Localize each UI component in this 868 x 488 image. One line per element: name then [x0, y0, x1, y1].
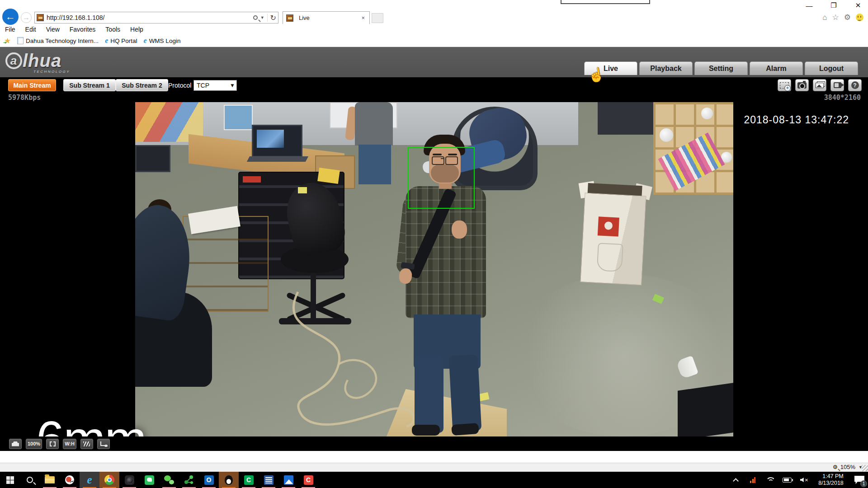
- resize-grip[interactable]: [862, 465, 868, 471]
- fluency-button[interactable]: [80, 439, 93, 449]
- protocol-select[interactable]: TCP ▼: [193, 80, 237, 91]
- rules-info-button[interactable]: [97, 439, 110, 449]
- taskbar-recorder[interactable]: C: [298, 472, 318, 488]
- region-zoom-button[interactable]: [778, 79, 791, 91]
- taskbar-evernote[interactable]: [139, 472, 159, 488]
- address-bar[interactable]: http://192.168.1.108/ ▼ ↻: [34, 12, 278, 23]
- taskbar-node-app[interactable]: [179, 472, 199, 488]
- taskbar-camera-app[interactable]: [119, 472, 139, 488]
- minimize-button[interactable]: —: [803, 1, 816, 10]
- favorites-bar-icon[interactable]: ★: [4, 37, 12, 45]
- zoom-control[interactable]: 105% ▼: [833, 464, 863, 470]
- refresh-icon[interactable]: ↻: [270, 14, 276, 22]
- taskbar-snipping-tool[interactable]: [60, 472, 80, 488]
- menu-tools[interactable]: Tools: [100, 25, 125, 34]
- outlook-icon: O: [204, 475, 214, 485]
- feedback-smiley-icon[interactable]: [856, 14, 863, 21]
- search-icon[interactable]: [253, 15, 258, 20]
- battery-icon: [783, 478, 792, 483]
- wechat-icon: [164, 475, 174, 484]
- tray-clock[interactable]: 1:47 PM 8/13/2018: [813, 472, 851, 488]
- tray-network[interactable]: [761, 472, 778, 488]
- help-button[interactable]: ?: [848, 79, 862, 91]
- notification-badge: 1: [860, 480, 867, 487]
- home-icon[interactable]: ⌂: [822, 13, 827, 22]
- settings-gear-icon[interactable]: ⚙: [844, 13, 851, 22]
- menu-file[interactable]: File: [0, 25, 20, 34]
- search-dropdown-icon[interactable]: ▼: [260, 15, 264, 20]
- recorder-icon: C: [304, 475, 313, 485]
- favorite-hq-portal[interactable]: e HQ Portal: [103, 37, 142, 45]
- close-button[interactable]: ✕: [852, 1, 864, 10]
- dahua-logo-subtext: TECHNOLOGY: [33, 70, 70, 74]
- action-center[interactable]: 1: [851, 472, 868, 488]
- taskbar-file-explorer[interactable]: [40, 472, 60, 488]
- tray-chevron[interactable]: [727, 472, 744, 488]
- video-timestamp: 2018-08-13 13:47:22: [744, 114, 849, 126]
- tab-logout[interactable]: Logout: [805, 61, 858, 75]
- laptop: [252, 125, 302, 157]
- region-zoom-icon: [780, 82, 789, 89]
- main-stream-button[interactable]: Main Stream: [8, 79, 56, 91]
- app-header: alhua TECHNOLOGY Live Playback Setting A…: [0, 47, 868, 77]
- snapshot-icon: [797, 82, 807, 89]
- browser-tab[interactable]: Live ×: [283, 11, 370, 24]
- restore-button[interactable]: ❐: [827, 1, 840, 10]
- search-icon: [27, 477, 33, 483]
- taskbar-camtasia[interactable]: C: [239, 472, 259, 488]
- clock-time: 1:47 PM: [818, 473, 844, 480]
- document-icon: [264, 475, 274, 485]
- snapshot-button[interactable]: [795, 79, 809, 91]
- cardboard-box: [580, 183, 646, 286]
- tray-battery[interactable]: [778, 472, 796, 488]
- camtasia-icon: C: [244, 475, 254, 485]
- taskbar-internet-explorer[interactable]: e: [80, 472, 99, 488]
- start-button[interactable]: [0, 472, 20, 488]
- original-size-button[interactable]: 100%: [26, 439, 42, 449]
- triple-snapshot-button[interactable]: [813, 79, 826, 91]
- taskbar-search[interactable]: [20, 472, 40, 488]
- tab-close-icon[interactable]: ×: [360, 14, 366, 21]
- menu-bar: File Edit View Favorites Tools Help: [0, 24, 868, 35]
- browser-navbar: ← → http://192.168.1.108/ ▼ ↻ Live × ⌂ ☆…: [0, 11, 868, 24]
- tab-alarm[interactable]: Alarm: [750, 61, 803, 75]
- tray-volume[interactable]: ✕: [796, 472, 813, 488]
- tab-title: Live: [299, 14, 360, 21]
- image-adjust-button[interactable]: [9, 439, 22, 449]
- select-arrow-icon: ▼: [230, 82, 235, 89]
- background-window-edge: [561, 0, 650, 4]
- menu-help[interactable]: Help: [125, 25, 148, 34]
- back-button[interactable]: ←: [2, 9, 19, 25]
- menu-view[interactable]: View: [41, 25, 65, 34]
- tab-setting[interactable]: Setting: [694, 61, 748, 75]
- meter-icon: [750, 477, 755, 483]
- favorites-star-icon[interactable]: ☆: [832, 13, 839, 22]
- taskbar-chrome[interactable]: [99, 472, 119, 488]
- aspect-ratio-button[interactable]: W:H: [63, 439, 76, 449]
- url-text[interactable]: http://192.168.1.108/: [47, 14, 253, 21]
- menu-favorites[interactable]: Favorites: [65, 25, 101, 34]
- taskbar-qq[interactable]: [219, 472, 239, 488]
- favorite-dahua[interactable]: Dahua Technology Intern...: [15, 37, 103, 44]
- resolution-text: 3840*2160: [824, 94, 861, 102]
- favorite-wms-login[interactable]: e WMS Login: [142, 37, 185, 45]
- site-favicon: [37, 14, 44, 21]
- taskbar-outlook[interactable]: O: [199, 472, 219, 488]
- sub-stream-2-button[interactable]: Sub Stream 2: [116, 79, 168, 91]
- live-video-area[interactable]: 2018-08-13 13:47:22 6mm 4k IPC: [0, 102, 868, 436]
- camera-feed-image: [135, 102, 733, 436]
- photos-icon: [284, 475, 293, 485]
- tab-playback[interactable]: Playback: [639, 61, 693, 75]
- sub-stream-1-button[interactable]: Sub Stream 1: [63, 79, 116, 91]
- taskbar-wechat[interactable]: [159, 472, 179, 488]
- full-screen-button[interactable]: [46, 439, 59, 449]
- taskbar-document-app[interactable]: [259, 472, 278, 488]
- record-button[interactable]: [830, 79, 844, 91]
- new-tab-button[interactable]: [372, 13, 383, 23]
- tray-meter[interactable]: [744, 472, 761, 488]
- menu-edit[interactable]: Edit: [20, 25, 41, 34]
- forward-button[interactable]: →: [21, 12, 32, 23]
- taskbar-photos[interactable]: [278, 472, 298, 488]
- bitrate-text: 5978Kbps: [8, 94, 41, 102]
- chrome-icon: [104, 475, 114, 485]
